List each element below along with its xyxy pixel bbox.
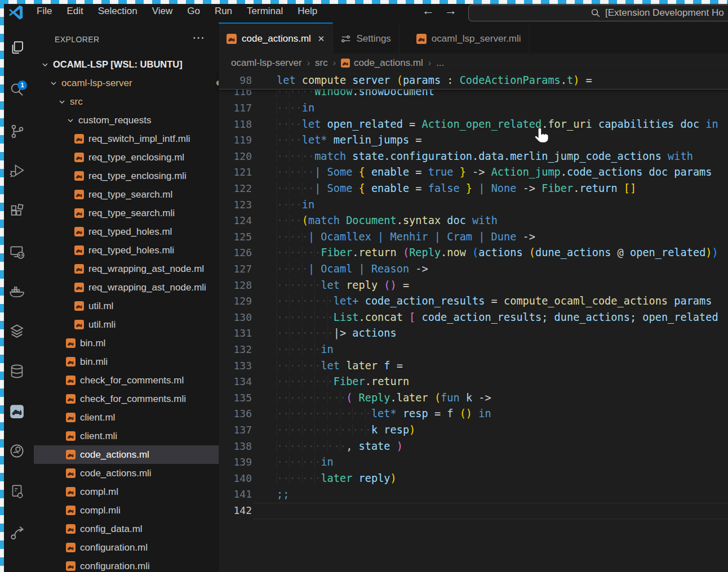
tree-item-code_actions.ml[interactable]: code_actions.ml xyxy=(34,445,250,464)
tree-item-compl.mli[interactable]: compl.mli xyxy=(34,501,250,520)
code-line[interactable]: 131·········|> actions xyxy=(219,325,728,342)
sticky-code-line[interactable]: 98let compute server (params : CodeActio… xyxy=(219,73,728,89)
ocaml-file-icon xyxy=(66,413,76,422)
code-line[interactable]: 137···············k resp) xyxy=(219,422,728,439)
code-line[interactable]: 118····let open_related = Action_open_re… xyxy=(219,117,728,133)
tree-item-label: req_type_search.ml xyxy=(88,189,172,200)
code-line[interactable]: 123····in xyxy=(219,197,728,213)
code-line[interactable]: 124····(match Document.syntax doc with xyxy=(219,213,728,229)
line-number: 122 xyxy=(219,181,252,197)
ocaml-file-icon xyxy=(66,376,76,385)
docker-icon[interactable] xyxy=(8,283,25,300)
code-line[interactable]: 125·····| Ocamllex | Menhir | Cram | Dun… xyxy=(219,229,728,245)
tree-item-check_for_comments.ml[interactable]: check_for_comments.ml xyxy=(34,371,250,390)
code-line[interactable]: 126·······Fiber.return (Reply.now (actio… xyxy=(219,245,728,261)
current-line-highlight xyxy=(254,503,728,519)
extensions-icon[interactable] xyxy=(8,203,25,220)
tree-item-label: client.mli xyxy=(80,431,117,441)
code-editor[interactable]: 116······Window.showDocument117····in118… xyxy=(219,23,728,572)
whitespace-dots: ···· xyxy=(277,199,302,211)
ocaml-file-icon xyxy=(74,301,84,311)
chevron-down-icon xyxy=(66,116,75,125)
tree-item-label: src xyxy=(70,96,83,107)
code-line[interactable]: 117····in xyxy=(219,100,728,117)
explorer-icon[interactable] xyxy=(8,39,25,56)
ocaml-file-icon xyxy=(74,134,84,144)
ocaml-file-icon xyxy=(66,450,76,459)
database-icon[interactable] xyxy=(8,363,25,380)
line-number: 139 xyxy=(219,454,252,471)
tree-item-src[interactable]: src xyxy=(34,92,242,111)
line-number: 135 xyxy=(219,390,252,406)
explorer-title: EXPLORER xyxy=(55,35,99,44)
file-gear-extension-icon[interactable] xyxy=(8,483,25,500)
circle-extension-icon[interactable] xyxy=(8,443,25,459)
tree-item-configuration.mli[interactable]: configuration.mli xyxy=(34,557,250,572)
tree-item-OCAML-LSP [WSL: UBUNTU][interactable]: OCAML-LSP [WSL: UBUNTU] xyxy=(34,55,225,74)
tree-item-check_for_comments.mli[interactable]: check_for_comments.mli xyxy=(34,390,250,408)
code-line[interactable]: 138···········, state ) xyxy=(219,439,728,455)
code-line[interactable]: 121······| Some { enable = true } -> Act… xyxy=(219,164,728,181)
tree-item-bin.mli[interactable]: bin.mli xyxy=(34,352,250,371)
mouse-cursor xyxy=(532,126,551,146)
search-badge: 1 xyxy=(17,81,27,90)
share-extension-icon[interactable] xyxy=(8,524,25,540)
code-line[interactable]: 134·········Fiber.return xyxy=(219,374,728,390)
remote-explorer-icon[interactable] xyxy=(8,243,25,260)
run-debug-icon[interactable] xyxy=(8,162,25,179)
layers-icon[interactable] xyxy=(8,323,25,339)
more-actions-icon[interactable]: ⋯ xyxy=(192,30,206,45)
code-line[interactable]: 132·······in xyxy=(219,342,728,358)
code-line[interactable]: 140·······later reply) xyxy=(219,471,728,487)
tree-item-label: client.ml xyxy=(80,412,115,423)
code-text: ····let open_related = Action_open_relat… xyxy=(277,117,718,133)
whitespace-dots: ··········· xyxy=(277,392,346,404)
vscode-window: FileEditSelectionViewGoRunTerminalHelp ←… xyxy=(0,0,728,572)
code-line[interactable]: 127·····| Ocaml | Reason -> xyxy=(219,261,728,278)
screenshare-border-top xyxy=(0,0,728,4)
line-number: 128 xyxy=(219,278,252,294)
line-number: 134 xyxy=(219,374,252,390)
tree-item-client.ml[interactable]: client.ml xyxy=(34,408,250,427)
code-line[interactable]: 142 xyxy=(219,503,728,519)
code-line[interactable]: 129·········let+ code_action_results = c… xyxy=(219,293,728,310)
code-line[interactable]: 119····let* merlin_jumps = xyxy=(219,132,728,149)
tree-item-compl.ml[interactable]: compl.ml xyxy=(34,482,250,501)
ocaml-file-icon xyxy=(66,357,76,367)
tree-item-client.mli[interactable]: client.mli xyxy=(34,427,250,445)
code-line[interactable]: 130·········List.concat [ code_action_re… xyxy=(219,310,728,326)
code-line[interactable]: 135···········( Reply.later (fun k -> xyxy=(219,390,728,406)
tree-item-bin.ml[interactable]: bin.ml xyxy=(34,334,250,352)
whitespace-dots: ···· xyxy=(277,214,302,226)
command-center-searchbox[interactable]: [Extension Development Ho xyxy=(468,5,728,21)
line-number: 132 xyxy=(219,342,252,358)
line-number: 125 xyxy=(219,229,252,245)
search-icon[interactable]: 1 xyxy=(8,82,25,99)
line-number: 126 xyxy=(219,245,252,261)
code-line[interactable]: 141;; xyxy=(219,486,728,503)
vscode-logo-icon[interactable] xyxy=(7,4,24,21)
tree-item-label: ocaml-lsp-server xyxy=(61,78,132,88)
code-line[interactable]: 120······match state.configuration.data.… xyxy=(219,149,728,165)
code-line[interactable]: 139·······in xyxy=(219,454,728,471)
code-text: ·······Fiber.return (Reply.now (actions … xyxy=(277,245,718,261)
code-line[interactable]: 133·······let later f = xyxy=(219,358,728,374)
ocaml-extension-icon[interactable] xyxy=(8,403,25,420)
tree-item-label: check_for_comments.ml xyxy=(80,375,184,386)
code-text: ·······let reply () = xyxy=(277,278,409,294)
tree-item-ocaml-lsp-server[interactable]: ocaml-lsp-server xyxy=(34,74,233,92)
code-line[interactable]: 136···············let* resp = f () in xyxy=(219,406,728,422)
ocaml-file-icon xyxy=(74,264,84,274)
tree-item-configuration.ml[interactable]: configuration.ml xyxy=(34,538,250,557)
sticky-scroll-line[interactable]: 98let compute server (params : CodeActio… xyxy=(219,72,728,90)
tree-item-label: code_actions.mli xyxy=(80,468,152,479)
source-control-icon[interactable] xyxy=(8,123,25,140)
whitespace-dots: ········· xyxy=(277,295,334,307)
code-line[interactable]: 128·······let reply () = xyxy=(219,278,728,294)
tree-item-config_data.ml[interactable]: config_data.ml xyxy=(34,520,250,538)
tree-item-label: util.ml xyxy=(88,301,113,311)
tree-item-custom_requests[interactable]: custom_requests xyxy=(34,111,250,129)
line-number: 123 xyxy=(219,197,252,213)
code-line[interactable]: 122······| Some { enable = false } | Non… xyxy=(219,181,728,197)
tree-item-code_actions.mli[interactable]: code_actions.mli xyxy=(34,464,250,482)
